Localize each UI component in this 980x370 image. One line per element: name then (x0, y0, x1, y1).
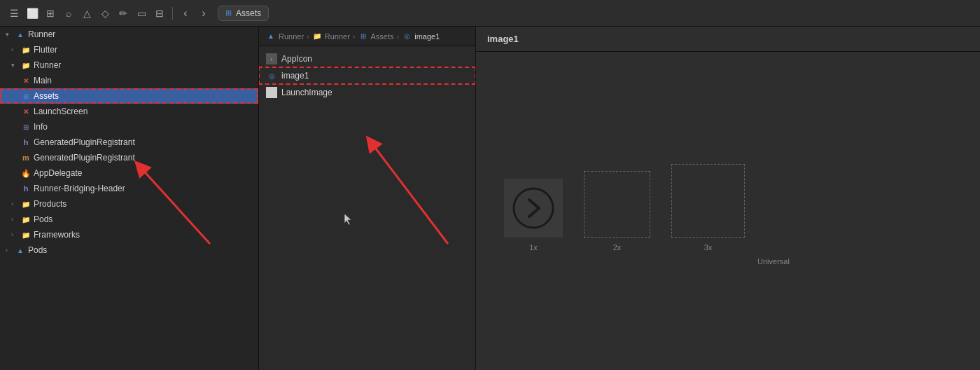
middle-panel: ▲ Runner › 📁 Runner › ⊞ Assets › ◎ image… (259, 27, 476, 370)
launchimage-icon (266, 87, 277, 98)
chevron-down-icon-2: ▾ (11, 62, 18, 69)
chevron-down-icon: ▾ (6, 31, 13, 38)
chevron-right-icon: › (11, 46, 18, 53)
sidebar-item-appdelegate[interactable]: 🔥 AppDelegate (0, 165, 258, 181)
runner-root-icon: ▲ (15, 29, 25, 39)
sidebar-item-pods-root[interactable]: › ▲ Pods (0, 242, 258, 258)
main-content: ▾ ▲ Runner › 📁 Flutter ▾ 📁 Runner ✕ Main… (0, 27, 980, 370)
sidebar-item-pods-sub[interactable]: › 📁 Pods (0, 212, 258, 227)
stop-icon[interactable]: ⬜ (25, 6, 39, 20)
image1-icon: ◎ (266, 70, 277, 81)
search-icon[interactable]: ⌕ (62, 6, 76, 20)
sidebar-label-pods-root: Pods (28, 245, 47, 255)
sidebar-label-assets: Assets (34, 91, 59, 101)
breadcrumb-folder-icon: 📁 (312, 32, 322, 41)
flutter-folder-icon: 📁 (21, 45, 31, 55)
sidebar-item-runner-root[interactable]: ▾ ▲ Runner (0, 27, 258, 42)
grid-icon[interactable]: ⊟ (153, 6, 167, 20)
sidebar: ▾ ▲ Runner › 📁 Flutter ▾ 📁 Runner ✕ Main… (0, 27, 259, 370)
info-grid-icon: ⊞ (21, 122, 31, 132)
sidebar-item-launchscreen[interactable]: ✕ LaunchScreen (0, 104, 258, 119)
gpr-m-icon: m (21, 153, 31, 163)
divider (172, 7, 173, 20)
slot-3x[interactable]: 3x (671, 164, 745, 252)
frameworks-folder-icon: 📁 (21, 230, 31, 240)
sidebar-label-products: Products (34, 199, 66, 209)
appdelegate-swift-icon: 🔥 (21, 168, 31, 178)
breadcrumb-assets-icon: ⊞ (358, 32, 368, 41)
appicon-icon: ‹ (266, 53, 277, 64)
assets-tab-label: Assets (236, 8, 261, 18)
breadcrumb-assets[interactable]: Assets (371, 32, 394, 41)
sidebar-item-runner-folder[interactable]: ▾ 📁 Runner (0, 57, 258, 73)
assets-tab[interactable]: ⊞ Assets (218, 6, 269, 21)
chevron-right-frameworks: › (11, 231, 18, 238)
slot-2x[interactable]: 2x (584, 171, 650, 252)
sidebar-label-bridging: Runner-Bridging-Header (34, 184, 125, 193)
hierarchy-icon[interactable]: ⊞ (43, 6, 57, 20)
universal-label: Universal (504, 257, 952, 266)
right-content: 1x 2x 3x Universal (476, 52, 980, 370)
sidebar-item-assets[interactable]: ⊞ Assets (0, 88, 258, 104)
slot-1x[interactable]: 1x (504, 179, 563, 252)
diamond-icon[interactable]: ◇ (98, 6, 112, 20)
slot-2x-box (584, 171, 650, 238)
nav-back[interactable]: ‹ (178, 6, 192, 20)
sidebar-label-info: Info (34, 122, 48, 132)
breadcrumb-sep-3: › (397, 32, 400, 41)
launchscreen-x-icon: ✕ (21, 107, 31, 116)
sidebar-item-gpr-h[interactable]: h GeneratedPluginRegistrant (0, 135, 258, 150)
sidebar-label-runner-folder: Runner (34, 60, 61, 70)
asset-label-appicon: AppIcon (281, 54, 312, 64)
chevron-circle-svg (512, 187, 554, 229)
pods-folder-icon: 📁 (21, 214, 31, 224)
sidebar-label-main: Main (34, 76, 52, 85)
sidebar-item-products[interactable]: › 📁 Products (0, 196, 258, 212)
slot-1x-label: 1x (529, 243, 538, 252)
assets-tab-icon: ⊞ (225, 8, 232, 18)
rect-icon[interactable]: ▭ (134, 6, 148, 20)
asset-item-image1[interactable]: ◎ image1 (259, 67, 475, 84)
sidebar-item-info[interactable]: ⊞ Info (0, 119, 258, 135)
sidebar-label-appdelegate: AppDelegate (34, 168, 82, 178)
middle-content: ‹ AppIcon ◎ image1 LaunchImage (259, 46, 475, 370)
breadcrumb-sep-1: › (307, 32, 309, 41)
nav-forward[interactable]: › (197, 6, 211, 20)
right-header: image1 (476, 27, 980, 52)
sidebar-item-bridging[interactable]: h Runner-Bridging-Header (0, 181, 258, 196)
pods-root-icon: ▲ (15, 245, 25, 255)
image-slots: 1x 2x 3x (504, 164, 745, 252)
sidebar-label-frameworks: Frameworks (34, 230, 80, 240)
right-panel: image1 1x 2x (476, 27, 980, 370)
breadcrumb-runner-icon: ▲ (266, 32, 276, 41)
sidebar-label-gpr-m: GeneratedPluginRegistrant (34, 153, 135, 163)
sidebar-label-runner-root: Runner (28, 29, 55, 39)
slot-3x-box (671, 164, 745, 238)
sidebar-item-frameworks[interactable]: › 📁 Frameworks (0, 227, 258, 242)
breadcrumb-sep-2: › (353, 32, 356, 41)
right-title: image1 (487, 34, 519, 44)
assets-sidebar-icon: ⊞ (21, 91, 31, 101)
sidebar-label-pods-sub: Pods (34, 214, 52, 224)
slot-3x-label: 3x (704, 243, 713, 252)
runner-folder-icon: 📁 (21, 60, 31, 70)
breadcrumb-image1-icon: ◎ (402, 32, 412, 41)
sidebar-item-main[interactable]: ✕ Main (0, 73, 258, 88)
sidebar-item-gpr-m[interactable]: m GeneratedPluginRegistrant (0, 150, 258, 165)
chevron-right-pods: › (11, 216, 18, 223)
sidebar-label-flutter: Flutter (34, 45, 57, 55)
chevron-right-pods-root: › (6, 247, 13, 254)
chevron-right-products: › (11, 200, 18, 207)
sidebar-label-gpr-h: GeneratedPluginRegistrant (34, 137, 135, 147)
breadcrumb-image1: image1 (414, 32, 440, 41)
hamburger-icon[interactable]: ☰ (7, 6, 21, 20)
main-x-icon: ✕ (21, 76, 31, 85)
sidebar-item-flutter[interactable]: › 📁 Flutter (0, 42, 258, 57)
pen-icon[interactable]: ✏ (116, 6, 130, 20)
asset-item-launchimage[interactable]: LaunchImage (259, 84, 475, 101)
warning-icon[interactable]: △ (80, 6, 94, 20)
breadcrumb-runner[interactable]: Runner (279, 32, 304, 41)
asset-item-appicon[interactable]: ‹ AppIcon (259, 50, 475, 67)
asset-label-image1: image1 (281, 71, 309, 81)
breadcrumb-runner-2[interactable]: Runner (325, 32, 350, 41)
